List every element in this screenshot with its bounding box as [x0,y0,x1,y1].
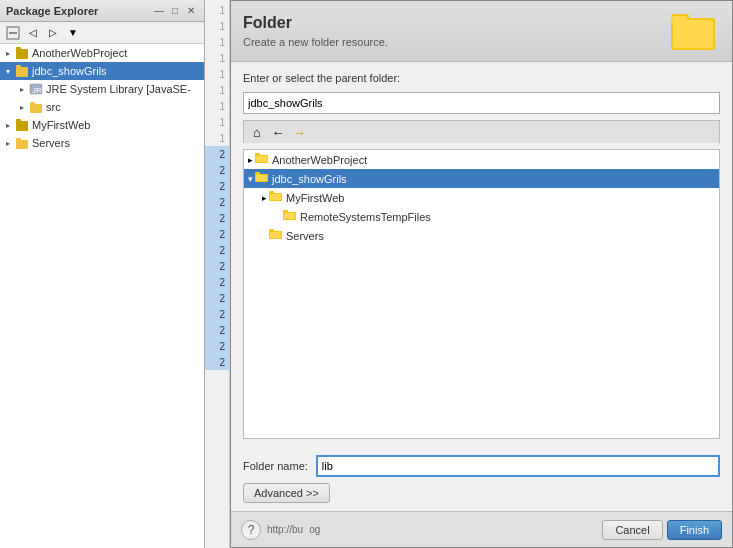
line-num: 2 [205,290,229,306]
line-num: 2 [205,146,229,162]
svg-rect-17 [671,16,687,22]
expand-icon: ▸ [16,101,28,113]
library-icon: JRE [28,81,44,97]
cancel-button[interactable]: Cancel [602,520,662,540]
svg-rect-32 [270,232,281,238]
svg-rect-11 [16,119,21,122]
line-num: 2 [205,194,229,210]
panel-header: Package Explorer — □ ✕ [0,0,204,22]
back-btn[interactable]: ◁ [24,24,42,42]
folder-icon [283,209,297,224]
tree-item-label: Servers [32,137,70,149]
dropdown-btn[interactable]: ▼ [64,24,82,42]
home-btn[interactable]: ⌂ [248,123,266,141]
folder-icon [269,228,283,243]
panel-maximize-btn[interactable]: □ [168,4,182,18]
advanced-button[interactable]: Advanced >> [243,483,330,503]
panel-title: Package Explorer [6,5,98,17]
panel-header-icons: — □ ✕ [152,4,198,18]
line-num: 2 [205,354,229,370]
panel-close-btn[interactable]: ✕ [184,4,198,18]
line-num: 1 [205,18,229,34]
forward-nav-btn[interactable]: → [290,123,308,141]
tree-item-jre[interactable]: ▸ JRE JRE System Library [JavaSE- [0,80,204,98]
svg-rect-9 [30,102,35,105]
tree-item-src[interactable]: ▸ src [0,98,204,116]
line-num: 1 [205,114,229,130]
line-num: 2 [205,338,229,354]
line-num: 2 [205,242,229,258]
line-num: 1 [205,50,229,66]
line-num: 1 [205,66,229,82]
line-num: 2 [205,274,229,290]
line-num: 1 [205,130,229,146]
line-num: 1 [205,2,229,18]
expand-icon: ▸ [16,83,28,95]
svg-rect-13 [16,138,21,141]
svg-rect-31 [269,229,274,232]
folder-tree-item-jdbc[interactable]: ▾ jdbc_showGrils [244,169,719,188]
folder-icon [255,152,269,167]
package-explorer-tree: ▸ AnotherWebProject ▾ jdbc_showGrils ▸ J… [0,44,204,548]
panel-minimize-btn[interactable]: — [152,4,166,18]
folder-tree-toolbar: ⌂ ← → [243,120,720,143]
tree-item-label: MyFirstWeb [32,119,90,131]
svg-rect-3 [16,47,21,50]
project-icon [14,117,30,133]
tree-item-jdbc[interactable]: ▾ jdbc_showGrils [0,62,204,80]
folder-name-input[interactable] [316,455,720,477]
folder-tree-item-servers[interactable]: ▸ Servers [244,226,719,245]
svg-text:JRE: JRE [32,86,43,95]
folder-tree-label: MyFirstWeb [286,192,344,204]
dialog-title-area: Folder Create a new folder resource. [243,14,388,48]
dialog-subtitle: Create a new folder resource. [243,36,388,48]
expand-icon: ▸ [2,137,14,149]
question-mark-icon: ? [248,523,255,537]
forward-btn[interactable]: ▷ [44,24,62,42]
tree-item-label: jdbc_showGrils [32,65,107,77]
back-nav-btn[interactable]: ← [269,123,287,141]
package-explorer-panel: Package Explorer — □ ✕ ◁ ▷ ▼ ▸ AnotherWe… [0,0,205,548]
help-button[interactable]: ? [241,520,261,540]
line-num: 2 [205,258,229,274]
folder-large-icon [670,9,720,53]
folder-tree-label: Servers [286,230,324,242]
folder-tree-item-remote[interactable]: ▸ RemoteSystemsTempFiles [244,207,719,226]
svg-rect-16 [673,20,713,48]
finish-button[interactable]: Finish [667,520,722,540]
tree-item-servers[interactable]: ▸ Servers [0,134,204,152]
new-folder-dialog: Folder Create a new folder resource. Ent… [230,0,733,548]
dialog-bottom-section: Folder name: Advanced >> [231,449,732,511]
folder-tree-item-myfirstweb[interactable]: ▸ MyFirstWeb [244,188,719,207]
tree-item-label: src [46,101,61,113]
expand-arrow-icon: ▸ [262,193,267,203]
line-num: 2 [205,306,229,322]
expand-arrow-icon: ▾ [248,174,253,184]
collapse-all-btn[interactable] [4,24,22,42]
dialog-overlay: Folder Create a new folder resource. Ent… [230,0,733,548]
folder-tree-item-anotherwebproject[interactable]: ▸ AnotherWebProject [244,150,719,169]
parent-folder-input[interactable] [243,92,720,114]
svg-rect-2 [16,49,28,59]
svg-rect-4 [16,67,28,77]
folder-tree-label: AnotherWebProject [272,154,367,166]
footer-right: Cancel Finish [602,520,722,540]
dialog-area: Folder Create a new folder resource. Ent… [230,0,733,548]
advanced-section: Advanced >> [243,483,720,503]
svg-rect-12 [16,140,28,149]
tree-item-myfirstweb[interactable]: ▸ MyFirstWeb [0,116,204,134]
expand-icon: ▾ [2,65,14,77]
expand-icon: ▸ [2,47,14,59]
line-numbers: 1 1 1 1 1 1 1 1 1 2 2 2 2 2 2 2 2 2 2 2 … [205,0,230,548]
svg-rect-28 [283,210,288,213]
footer-url: http://bu [267,524,303,535]
folder-tree: ▸ AnotherWebProject ▾ jdbc_showGrils [243,149,720,439]
folder-icon [255,171,269,186]
project-icon [14,45,30,61]
svg-rect-10 [16,121,28,131]
folder-name-row: Folder name: [243,455,720,477]
footer-left: ? http://bu og [241,520,320,540]
tree-item-anotherwebproject[interactable]: ▸ AnotherWebProject [0,44,204,62]
folder-icon [14,135,30,151]
svg-rect-23 [256,175,267,181]
